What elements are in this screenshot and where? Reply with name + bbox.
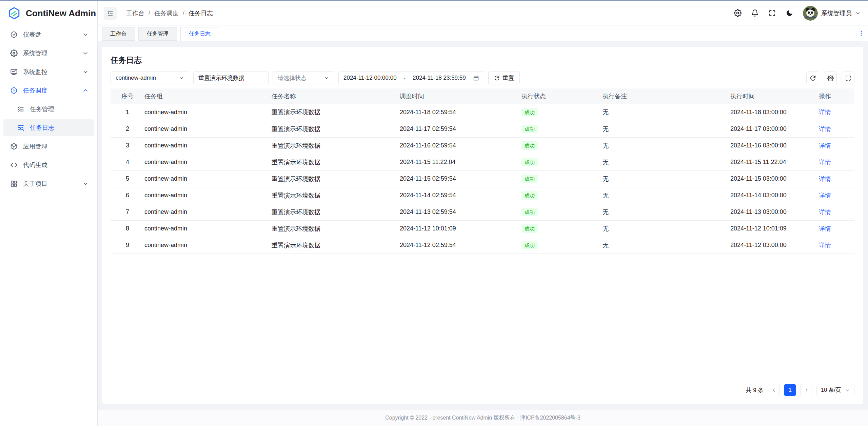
task-group-select[interactable]: continew-admin <box>111 72 189 84</box>
task-name-input[interactable] <box>193 72 269 84</box>
detail-link[interactable]: 详情 <box>819 225 831 232</box>
refresh-button[interactable] <box>806 72 819 84</box>
content: 任务日志 continew-admin 请选择状态 2024-11-12 00:… <box>98 41 868 410</box>
task-group: continew-admin <box>144 220 272 237</box>
avatar <box>803 6 818 21</box>
sidebar-item-task-management[interactable]: 任务管理 <box>3 101 94 118</box>
exec-time: 2024-11-15 11:22:04 <box>730 154 819 170</box>
status-cell: 成功 <box>521 237 603 253</box>
topbar: 工作台/任务调度/任务日志 <box>98 1 868 25</box>
status-cell: 成功 <box>521 154 603 170</box>
status-select[interactable]: 请选择状态 <box>273 72 334 84</box>
detail-link[interactable]: 详情 <box>819 142 831 149</box>
task-name: 重置演示环境数据 <box>272 237 400 253</box>
tab-task-management[interactable]: 任务管理 <box>138 27 177 41</box>
detail-link[interactable]: 详情 <box>819 109 831 116</box>
logo[interactable]: ContiNew Admin <box>0 1 97 25</box>
pagination-page-button[interactable]: 1 <box>784 384 796 396</box>
task-name: 重置演示环境数据 <box>272 121 400 137</box>
action-cell: 详情 <box>819 104 854 121</box>
tab-task-log[interactable]: 任务日志 <box>180 27 219 41</box>
column-header: 调度时间 <box>400 88 521 104</box>
sidebar-item-dashboard[interactable]: 仪表盘 <box>3 26 94 43</box>
sidebar-item-code-generation[interactable]: 代码生成 <box>3 157 94 174</box>
schedule-time: 2024-11-15 02:59:54 <box>400 170 521 187</box>
status-cell: 成功 <box>521 220 603 237</box>
column-header: 执行时间 <box>730 88 819 104</box>
table-row: 3continew-admin重置演示环境数据2024-11-16 02:59:… <box>111 137 854 154</box>
breadcrumb-separator: / <box>149 9 150 17</box>
sidebar-item-about-project[interactable]: 关于项目 <box>3 175 94 192</box>
task-group: continew-admin <box>144 170 272 187</box>
reset-button-label: 重置 <box>502 74 514 82</box>
pagination-prev-button[interactable] <box>768 384 780 396</box>
settings-icon[interactable] <box>734 9 742 17</box>
column-settings-button[interactable] <box>824 72 837 84</box>
breadcrumb-separator: / <box>183 9 184 17</box>
sidebar-item-label: 任务管理 <box>30 105 54 113</box>
table-row: 8continew-admin重置演示环境数据2024-11-12 10:01:… <box>111 220 854 237</box>
detail-link[interactable]: 详情 <box>819 176 831 182</box>
task-name: 重置演示环境数据 <box>272 220 400 237</box>
sidebar-item-label: 应用管理 <box>23 142 47 150</box>
schedule-time: 2024-11-12 10:01:09 <box>400 220 521 237</box>
detail-link[interactable]: 详情 <box>819 209 831 216</box>
table-fullscreen-button[interactable] <box>842 72 854 84</box>
user-menu[interactable]: 系统管理员 <box>803 6 861 21</box>
column-header: 任务组 <box>144 88 272 104</box>
notification-bell-icon[interactable] <box>751 9 759 17</box>
chevron-down-icon <box>82 181 88 187</box>
sidebar-item-system-management[interactable]: 系统管理 <box>3 45 94 62</box>
sidebar-item-app-management[interactable]: 应用管理 <box>3 138 94 155</box>
task-group: continew-admin <box>144 137 272 154</box>
task-group: continew-admin <box>144 104 272 121</box>
schedule-time: 2024-11-17 02:59:54 <box>400 121 521 137</box>
sidebar-item-task-schedule[interactable]: 任务调度 <box>3 82 94 99</box>
date-end: 2024-11-18 23:59:59 <box>413 75 466 81</box>
detail-link[interactable]: 详情 <box>819 159 831 166</box>
row-index: 9 <box>111 237 144 253</box>
tab-more-icon[interactable] <box>858 30 865 37</box>
dark-mode-moon-icon[interactable] <box>786 9 793 17</box>
breadcrumb-item[interactable]: 工作台 <box>126 9 144 17</box>
reset-button[interactable]: 重置 <box>488 72 520 84</box>
sidebar-item-system-monitor[interactable]: 系统监控 <box>3 63 94 80</box>
tab-workplace[interactable]: 工作台 <box>102 27 135 41</box>
task-group-select-value: continew-admin <box>116 75 156 81</box>
detail-link[interactable]: 详情 <box>819 192 831 199</box>
task-group: continew-admin <box>144 154 272 170</box>
pagination-next-button[interactable] <box>800 384 812 396</box>
breadcrumb-item[interactable]: 任务调度 <box>154 9 179 17</box>
log-search-icon <box>17 124 24 131</box>
gear-icon <box>827 75 834 81</box>
page-size-select[interactable]: 10 条/页 <box>816 384 854 396</box>
detail-link[interactable]: 详情 <box>819 126 831 133</box>
status-badge: 成功 <box>521 191 538 200</box>
sidebar-item-task-log[interactable]: 任务日志 <box>3 119 94 136</box>
sidebar-item-label: 任务调度 <box>23 86 47 95</box>
action-cell: 详情 <box>819 154 854 170</box>
refresh-icon <box>494 75 500 81</box>
task-log-table-wrap: 序号任务组任务名称调度时间执行状态执行备注执行时间操作 1continew-ad… <box>111 88 854 254</box>
clock-icon <box>10 87 18 94</box>
schedule-time: 2024-11-13 02:59:54 <box>400 204 521 220</box>
status-badge: 成功 <box>521 158 538 166</box>
status-select-placeholder: 请选择状态 <box>278 74 307 82</box>
row-index: 5 <box>111 170 144 187</box>
sidebar-collapse-button[interactable] <box>104 7 117 20</box>
fullscreen-icon[interactable] <box>768 9 776 17</box>
chevron-up-icon <box>82 87 88 94</box>
status-cell: 成功 <box>521 137 603 154</box>
list-check-icon <box>17 105 24 113</box>
table-header-row: 序号任务组任务名称调度时间执行状态执行备注执行时间操作 <box>111 88 854 104</box>
task-name: 重置演示环境数据 <box>272 187 400 204</box>
breadcrumb-item[interactable]: 任务日志 <box>189 9 213 17</box>
monitor-icon <box>10 68 18 76</box>
exec-remark: 无 <box>603 187 730 204</box>
date-range-picker[interactable]: 2024-11-12 00:00:00 - 2024-11-18 23:59:5… <box>338 72 484 84</box>
detail-link[interactable]: 详情 <box>819 242 831 249</box>
date-separator: - <box>404 75 406 81</box>
task-group: continew-admin <box>144 204 272 220</box>
cube-icon <box>10 143 18 150</box>
column-header: 执行备注 <box>603 88 730 104</box>
